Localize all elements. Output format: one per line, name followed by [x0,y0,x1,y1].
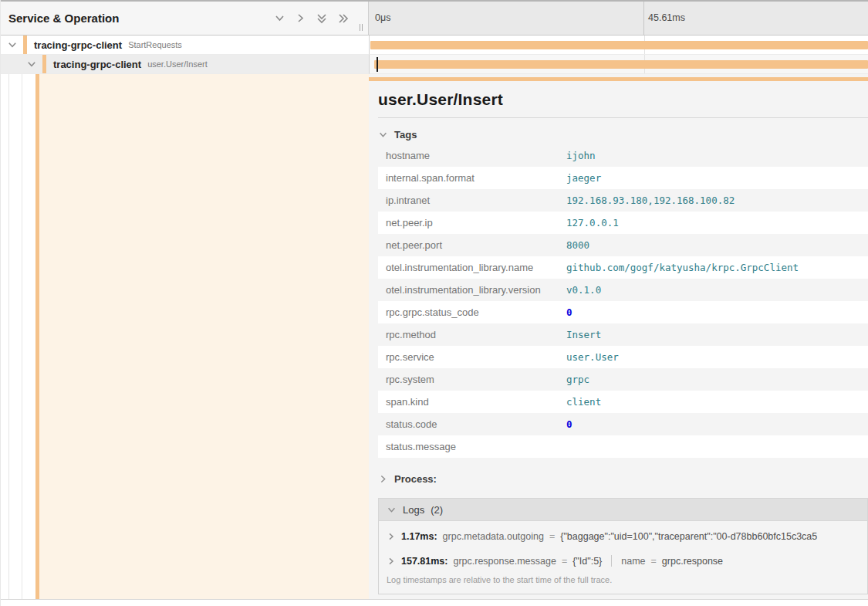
tag-row[interactable]: status.message [378,435,868,458]
span-duration-bar[interactable] [374,60,868,69]
detail-accent-fill [39,74,369,599]
tag-row[interactable]: otel.instrumentation_library.version v0.… [378,279,868,301]
tag-key: rpc.system [378,368,566,391]
log-field-name: grpc.metadata.outgoing [443,531,544,542]
span-timeline-cell[interactable] [369,55,868,74]
ruler-tick-start: 0μs [375,12,390,23]
tag-key: hostname [378,144,566,167]
process-section-header[interactable]: Process: [378,469,868,489]
tag-key: net.peer.ip [378,212,566,234]
logs-list: 1.17ms: grpc.metadata.outgoing = {"bagga… [378,521,868,594]
chevron-down-icon [387,505,397,515]
span-color-block [23,36,27,54]
chevron-down-icon [378,130,388,140]
tag-row[interactable]: net.peer.ip 127.0.0.1 [378,212,868,234]
tag-row[interactable]: rpc.system grpc [378,368,868,391]
span-detail-title: user.User/Insert [378,90,868,109]
log-field-value: {"Id":5} [572,556,602,567]
log-extra-field-value: grpc.response [662,556,723,567]
log-event-marker[interactable] [377,57,378,72]
tag-value: 127.0.0.1 [566,212,868,234]
tag-row[interactable]: otel.instrumentation_library.name github… [378,256,868,279]
span-name-cell[interactable]: tracing-grpc-client StartRequests [1,36,369,55]
operation-name: user.User/Insert [147,59,208,69]
detail-divider [378,117,868,118]
span-duration-bar-detail[interactable] [369,77,868,81]
log-field-name: grpc.response.message [453,556,556,567]
tag-key: rpc.service [378,346,566,368]
tag-value: v0.1.0 [566,279,868,301]
tag-value [566,435,868,458]
log-entry-row[interactable]: 1.17ms: grpc.metadata.outgoing = {"bagga… [387,524,860,548]
chevron-down-icon[interactable] [274,12,285,24]
logs-count: (2) [431,504,443,516]
trace-timeline-view: Service & Operation 0μs 45.61ms [0,0,868,606]
tags-section-label: Tags [394,129,417,140]
log-extra-field-name: name [621,556,645,567]
service-operation-header: Service & Operation [1,2,369,36]
logs-section-header[interactable]: Logs (2) [378,498,868,521]
tag-key: net.peer.port [378,234,566,256]
logs-note: Log timestamps are relative to the start… [387,573,860,589]
tag-row[interactable]: rpc.service user.User [378,346,868,368]
logs-section-label: Logs [403,504,424,516]
tag-value: 192.168.93.180,192.168.100.82 [566,189,868,212]
span-row-user-insert[interactable]: tracing-grpc-client user.User/Insert [1,55,868,74]
column-resize-handle-icon[interactable] [360,24,363,31]
log-equals: = [562,556,567,567]
span-name-cell[interactable]: tracing-grpc-client user.User/Insert [1,55,369,74]
tag-row[interactable]: span.kind client [378,391,868,413]
service-name: tracing-grpc-client [34,39,122,51]
tag-row[interactable]: hostname ijohn [378,144,868,167]
timeline-collapse-controls [274,12,350,25]
tag-value: github.com/gogf/katyusha/krpc.GrpcClient [566,256,868,279]
tag-value: client [566,391,868,413]
tag-key: ip.intranet [378,189,566,212]
double-chevron-right-icon[interactable] [337,12,350,25]
tag-key: status.code [378,413,566,435]
timeline-ruler: 0μs 45.61ms [369,2,868,36]
chevron-right-icon[interactable] [387,532,396,541]
tag-value: 8000 [566,234,868,256]
tag-key: rpc.grpc.status_code [378,301,566,323]
log-extra-equals: = [651,556,657,567]
tag-value: 0 [566,301,868,323]
chevron-down-icon[interactable] [26,59,37,69]
span-row-startrequests[interactable]: tracing-grpc-client StartRequests [1,36,868,55]
tag-row[interactable]: ip.intranet 192.168.93.180,192.168.100.8… [378,189,868,212]
service-operation-title: Service & Operation [8,12,274,25]
tag-row[interactable]: net.peer.port 8000 [378,234,868,256]
timeline-header-row: Service & Operation 0μs 45.61ms [1,0,868,36]
chevron-right-icon[interactable] [387,557,396,566]
log-timestamp: 1.17ms: [401,531,437,542]
log-equals: = [549,531,555,542]
double-chevron-down-icon[interactable] [316,12,328,25]
tags-table: hostname ijohn internal.span.format jaeg… [378,144,868,458]
detail-indent-column [1,74,369,599]
log-entry-row[interactable]: 157.81ms: grpc.response.message = {"Id":… [387,548,860,573]
tag-row[interactable]: status.code 0 [378,413,868,435]
ruler-gridline [643,2,644,35]
tag-key: status.message [378,435,566,458]
span-detail-panel: user.User/Insert Tags hostname ijohn [369,74,868,599]
chevron-down-icon[interactable] [7,39,18,50]
indent-guide [22,74,22,599]
tag-value: grpc [566,368,868,391]
log-timestamp: 157.81ms: [401,556,448,567]
tag-key: rpc.method [378,323,566,346]
tag-value: jaeger [566,167,868,189]
span-color-block [42,55,46,73]
span-timeline-cell[interactable] [369,36,868,55]
chevron-right-icon[interactable] [295,12,306,24]
chevron-right-icon [378,474,388,484]
tag-row[interactable]: rpc.grpc.status_code 0 [378,301,868,323]
tag-value: Insert [566,323,868,346]
operation-name: StartRequests [128,40,182,49]
tags-section-header[interactable]: Tags [378,124,868,144]
service-name: tracing-grpc-client [53,59,141,70]
tag-row[interactable]: internal.span.format jaeger [378,167,868,189]
ruler-tick-mid: 45.61ms [648,12,685,23]
tag-row[interactable]: rpc.method Insert [378,323,868,346]
tag-key: otel.instrumentation_library.name [378,256,566,279]
span-duration-bar[interactable] [370,41,868,49]
